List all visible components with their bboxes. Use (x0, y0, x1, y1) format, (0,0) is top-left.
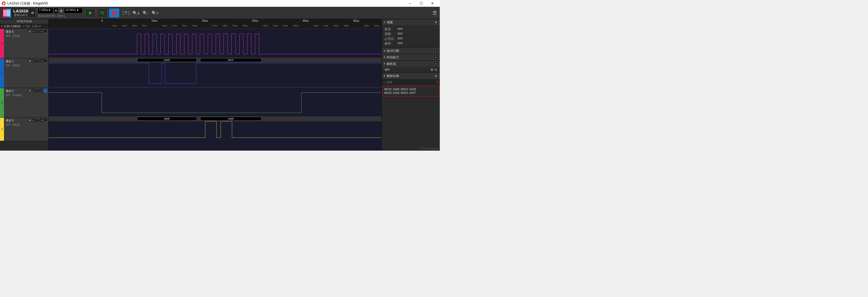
spi-remove-icon[interactable]: ✕ (434, 68, 437, 72)
low-icon[interactable]: _ (43, 59, 48, 63)
device-gear-icon[interactable]: ⚙ (30, 10, 35, 16)
add-pulse-button[interactable]: + (434, 49, 438, 53)
channel-3-tag: 3 (0, 118, 4, 141)
analyzer-spi-row[interactable]: SPI ⚙✕ (382, 67, 440, 72)
zoom-out-button[interactable]: 🔍- (142, 9, 150, 17)
channel-0-controls: ⚙ ⌐ ‾ ¬ _ (28, 29, 48, 33)
svg-marker-0 (89, 11, 92, 15)
high-icon[interactable]: ‾ (35, 89, 39, 92)
device-box: LA1010 逻辑分析仪 ⚙ (1, 8, 36, 18)
rising-edge-icon[interactable]: ⌐ (32, 89, 35, 92)
rising-edge-icon[interactable]: ⌐ (32, 59, 35, 63)
channel-3-controls: ⚙ ⌐ ‾ ¬ _ (28, 118, 48, 122)
cursor-tool-button[interactable]: ⌶T⌶ (122, 9, 130, 17)
results-search: ⌕ 2 (382, 79, 440, 85)
decode-miso-0: 0xD0 (137, 58, 197, 62)
channel-2-sub: SPI - Enable (6, 94, 47, 97)
minimize-button[interactable]: ─ (404, 0, 415, 7)
time-ruler: 0+2us+4us+6us+8us10us+2us+4us+6us+8us20u… (49, 19, 381, 29)
gear-icon[interactable]: ⚙ (28, 118, 32, 122)
results-search-input[interactable] (386, 81, 436, 84)
maximize-button[interactable]: ☐ (415, 0, 427, 7)
sample-depth-select[interactable]: 1 MSa ▾ (37, 8, 53, 13)
channel-3-sub: SPI - MOSI (6, 123, 47, 126)
channel-1-controls: ⚙ ⌐ ‾ ¬ _ (28, 59, 48, 63)
falling-edge-icon[interactable]: ¬ (39, 29, 43, 33)
run-button[interactable] (86, 8, 96, 18)
right-sidebar: ▼测量⚙ 脉宽:###周期:###占空比:###频率:### ▼脉冲计数+ ▼时… (381, 19, 440, 151)
channel-1-row: 1 通道 1 SPI - MISO ⚙ ⌐ ‾ ¬ _ (0, 58, 49, 88)
measure-header[interactable]: ▼测量⚙ (382, 19, 440, 25)
low-icon[interactable]: _ (43, 118, 48, 122)
pulse-header[interactable]: ▼脉冲计数+ (382, 48, 440, 54)
svg-marker-1 (100, 12, 101, 13)
app-icon: ◉ (2, 1, 6, 5)
marker-header[interactable]: ▼时间标尺+ (382, 54, 440, 60)
falling-edge-icon[interactable]: ¬ (39, 89, 43, 92)
spi-gear-icon[interactable]: ⚙ (431, 68, 433, 72)
add-analyzer-button[interactable]: + (434, 61, 438, 66)
falling-edge-icon[interactable]: ¬ (39, 118, 43, 122)
result-row[interactable]: MOSI: 0x00; MISO: 0xD0 (384, 88, 437, 91)
results-gear-icon[interactable]: ⚙ (434, 73, 438, 78)
decode-mosi-1: 0x58 (200, 117, 261, 121)
waveform-ch1: 0xD0 0xFF (49, 58, 381, 87)
rising-edge-icon[interactable]: ⌐ (32, 118, 35, 122)
results-list: MOSI: 0x00; MISO: 0xD0 MOSI: 0x58; MISO:… (382, 86, 439, 96)
zoom-fit-button[interactable]: 🔍± (132, 9, 140, 17)
decode-miso-1: 0xFF (200, 58, 261, 62)
waveform-area[interactable]: 0+2us+4us+6us+8us10us+2us+4us+6us+8us20u… (49, 19, 381, 151)
device-logo-icon (3, 9, 11, 17)
channel-3-row: 3 通道 3 SPI - MOSI ⚙ ⌐ ‾ ¬ _ (0, 118, 49, 141)
decode-mosi-0: 0x00 (137, 117, 197, 121)
waveform-ch2 (49, 87, 381, 117)
results-header[interactable]: ▼解析结果⚙ (382, 73, 440, 79)
voltage-threshold-select[interactable]: ▾ 3.3V CMOS -> Vth: 1.65 V (0, 24, 49, 29)
hamburger-menu-icon[interactable]: ☰ (432, 7, 437, 19)
gear-icon[interactable]: ⚙ (28, 59, 32, 63)
waveform-ch0 (49, 29, 381, 58)
device-name: LA1010 (13, 8, 28, 13)
stop-button[interactable] (109, 8, 119, 18)
rising-edge-icon[interactable]: ⌐ (32, 29, 35, 33)
results-count: 2 (436, 81, 438, 84)
io-standard-label: I/O电平标准 (0, 19, 49, 24)
channel-0-row: 0 通道 0 SPI - Clock ⚙ ⌐ ‾ ¬ _ (0, 29, 49, 58)
depth-gear-icon[interactable]: ⚙ (53, 8, 58, 13)
search-icon: ⌕ (383, 80, 385, 84)
sample-rate-select[interactable]: 10 MHz ▾ (64, 8, 83, 13)
high-icon[interactable]: ‾ (35, 118, 39, 122)
zoom-in-button[interactable]: 🔍+ (151, 9, 159, 17)
result-row[interactable]: MOSI: 0x58; MISO: 0xFF (384, 91, 437, 94)
low-icon[interactable]: _ (43, 29, 48, 33)
channel-2-tag: 2 (0, 88, 4, 117)
device-subtitle: 逻辑分析仪 (14, 13, 28, 17)
channel-2-controls: ⚙ ⌐ ‾ ¬ _ (28, 89, 48, 92)
falling-edge-icon[interactable]: ¬ (39, 59, 43, 63)
gear-icon[interactable]: ⚙ (28, 29, 32, 33)
channel-1-sub: SPI - MISO (6, 64, 47, 67)
channel-1-tag: 1 (0, 58, 4, 88)
window-title: LA1010 已连接 - KingstVIS (7, 1, 48, 6)
analyzer-header[interactable]: ▼解析器+ (382, 61, 440, 67)
high-icon[interactable]: ‾ (35, 29, 39, 33)
watermark: CSDN @duapple (418, 147, 438, 150)
sampling-hint: 预期采样时间: 100ms (37, 14, 82, 18)
high-icon[interactable]: ‾ (35, 59, 39, 63)
channel-0-tag: 0 (0, 29, 4, 58)
close-button[interactable]: ✕ (427, 0, 438, 7)
loop-button[interactable] (97, 8, 107, 18)
toolbar: LA1010 逻辑分析仪 ⚙ 1 MSa ▾ ⚙ @ 10 MHz ▾ 预期采样… (0, 7, 440, 19)
measure-gear-icon[interactable]: ⚙ (434, 20, 438, 25)
channel-0-sub: SPI - Clock (6, 34, 47, 37)
waveform-ch3: 0x00 0x58 (49, 117, 381, 140)
channel-sidebar: I/O电平标准 ▾ 3.3V CMOS -> Vth: 1.65 V 0 通道 … (0, 19, 49, 151)
add-marker-button[interactable]: + (434, 55, 438, 60)
at-label: @ (58, 9, 64, 12)
channel-2-row: 2 通道 2 SPI - Enable ⚙ ⌐ ‾ ¬ _ (0, 88, 49, 118)
title-bar: ◉ LA1010 已连接 - KingstVIS ─ ☐ ✕ (0, 0, 440, 7)
gear-icon[interactable]: ⚙ (28, 89, 32, 92)
low-icon[interactable]: _ (43, 89, 48, 92)
